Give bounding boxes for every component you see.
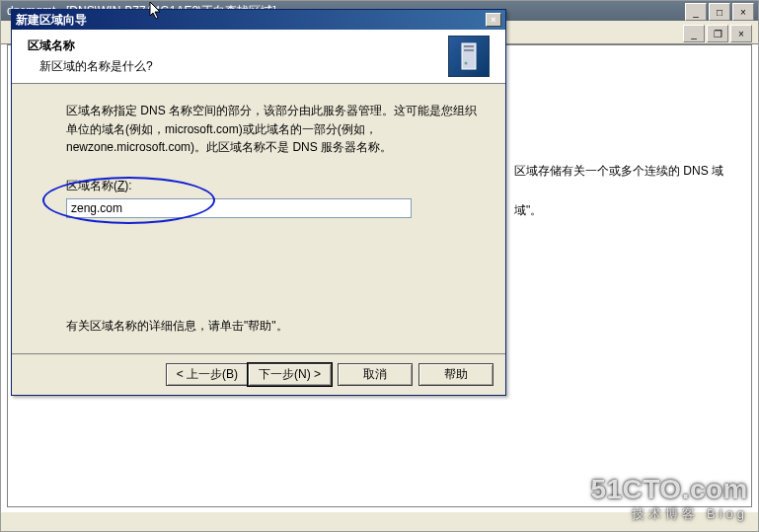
main-maximize-button[interactable]: □	[709, 3, 730, 21]
cancel-button[interactable]: 取消	[338, 363, 413, 386]
mdi-restore-button[interactable]: ❐	[707, 25, 728, 42]
main-close-button[interactable]: ×	[732, 3, 754, 21]
zone-name-label: 区域名称(Z):	[66, 177, 478, 195]
next-button[interactable]: 下一步(N) >	[248, 363, 332, 386]
field-label-post: ):	[124, 179, 131, 192]
svg-rect-1	[464, 45, 474, 47]
help-button[interactable]: 帮助	[418, 363, 493, 386]
wizard-footer: < 上一步(B) 下一步(N) > 取消 帮助	[12, 353, 505, 395]
wizard-header-title: 区域名称	[28, 38, 448, 54]
background-text-2: 域"。	[514, 202, 542, 219]
back-button[interactable]: < 上一步(B)	[166, 363, 248, 386]
background-text-1: 区域存储有关一个或多个连续的 DNS 域	[514, 163, 723, 180]
wizard-header: 区域名称 新区域的名称是什么?	[12, 30, 505, 84]
main-minimize-button[interactable]: _	[685, 3, 707, 21]
status-bar	[1, 511, 758, 531]
wizard-description: 区域名称指定 DNS 名称空间的部分，该部分由此服务器管理。这可能是您组织单位的…	[66, 102, 478, 157]
wizard-header-subtitle: 新区域的名称是什么?	[39, 58, 448, 75]
field-label-pre: 区域名称(	[66, 179, 117, 192]
wizard-help-text: 有关区域名称的详细信息，请单击"帮助"。	[66, 317, 478, 336]
wizard-titlebar[interactable]: 新建区域向导 ×	[12, 10, 505, 30]
svg-rect-2	[464, 49, 474, 51]
mdi-minimize-button[interactable]: _	[683, 25, 705, 42]
main-window-controls: _ □ ×	[685, 3, 754, 21]
svg-point-3	[465, 62, 468, 65]
wizard-title-text: 新建区域向导	[16, 12, 486, 29]
new-zone-wizard-dialog: 新建区域向导 × 区域名称 新区域的名称是什么? 区域名称指定 DNS 名称空间…	[11, 9, 506, 396]
mdi-close-button[interactable]: ×	[730, 25, 752, 42]
mdi-window-controls: _ ❐ ×	[683, 25, 752, 42]
wizard-close-button[interactable]: ×	[486, 13, 501, 27]
wizard-body: 区域名称指定 DNS 名称空间的部分，该部分由此服务器管理。这可能是您组织单位的…	[12, 84, 505, 353]
server-icon	[448, 36, 490, 77]
zone-name-input[interactable]	[66, 198, 412, 218]
